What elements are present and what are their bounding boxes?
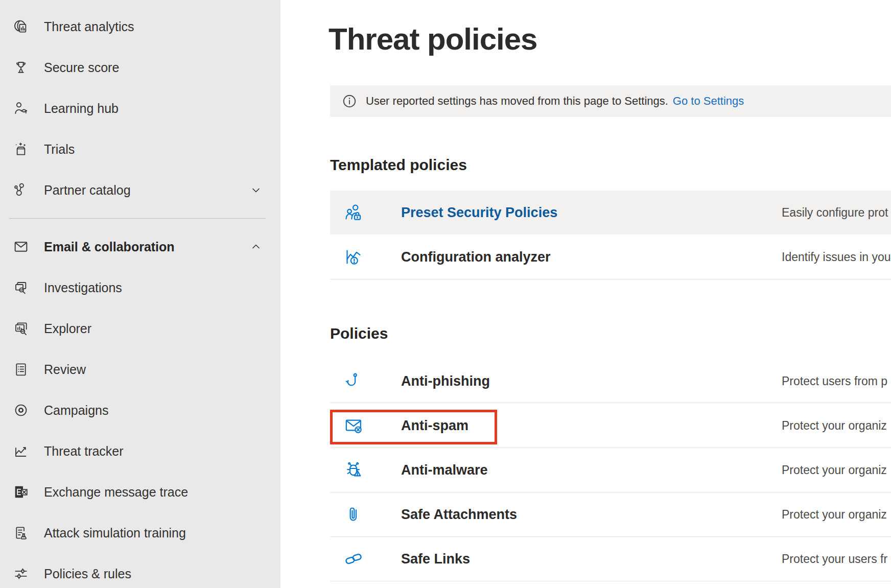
row-safe-attachments[interactable]: Safe Attachments Protect your organiz xyxy=(330,492,891,537)
row-anti-phishing[interactable]: Anti-phishing Protect users from p xyxy=(330,359,891,403)
row-description: Identify issues in you xyxy=(782,250,891,264)
info-icon xyxy=(342,93,357,109)
row-label: Anti-malware xyxy=(401,462,488,478)
sidebar-item-label: Secure score xyxy=(44,60,119,75)
row-label: Preset Security Policies xyxy=(401,205,557,221)
threat-tracker-icon xyxy=(12,442,30,460)
anti-malware-icon xyxy=(343,460,364,480)
campaigns-icon xyxy=(12,402,30,419)
safe-links-icon xyxy=(343,549,364,569)
row-label: Anti-spam xyxy=(401,418,468,434)
envelope-icon xyxy=(12,238,30,255)
trials-icon xyxy=(12,140,30,158)
exchange-icon xyxy=(12,483,30,501)
sidebar-item-campaigns[interactable]: Campaigns xyxy=(0,390,280,431)
row-label: Safe Attachments xyxy=(401,507,517,523)
trophy-icon xyxy=(12,59,30,76)
investigations-icon xyxy=(12,279,30,296)
banner-message: User reported settings has moved from th… xyxy=(366,95,668,108)
info-banner: User reported settings has moved from th… xyxy=(330,85,891,117)
go-to-settings-link[interactable]: Go to Settings xyxy=(673,95,744,108)
explorer-icon xyxy=(12,320,30,337)
sidebar-item-partner-catalog[interactable]: Partner catalog xyxy=(0,170,280,210)
page-title: Threat policies xyxy=(329,21,537,57)
sidebar-item-label: Attack simulation training xyxy=(44,526,186,540)
row-description: Protect your organiz xyxy=(782,419,891,433)
sidebar-item-label: Policies & rules xyxy=(44,567,131,581)
row-description: Easily configure prot xyxy=(782,206,891,220)
row-label: Configuration analyzer xyxy=(401,249,551,265)
sidebar-item-secure-score[interactable]: Secure score xyxy=(0,47,280,88)
templated-policies-heading: Templated policies xyxy=(330,156,467,174)
safe-attachments-icon xyxy=(343,504,364,525)
sidebar: Threat analytics Secure score xyxy=(0,0,280,588)
policies-heading: Policies xyxy=(330,325,388,342)
configuration-analyzer-icon xyxy=(343,247,364,267)
sidebar-item-review[interactable]: Review xyxy=(0,349,280,390)
sidebar-item-email-collaboration[interactable]: Email & collaboration xyxy=(0,226,280,267)
sidebar-item-label: Explorer xyxy=(44,321,91,336)
sidebar-item-learning-hub[interactable]: Learning hub xyxy=(0,88,280,129)
row-anti-spam[interactable]: Anti-spam Protect your organiz xyxy=(330,404,891,448)
sidebar-item-label: Threat tracker xyxy=(44,444,124,459)
partner-catalog-icon xyxy=(12,181,30,199)
anti-phishing-icon xyxy=(343,371,364,391)
sidebar-item-trials[interactable]: Trials xyxy=(0,129,280,170)
sidebar-item-label: Campaigns xyxy=(44,403,108,418)
sidebar-item-attack-simulation-training[interactable]: Attack simulation training xyxy=(0,512,280,553)
row-description: Protect your users fr xyxy=(782,552,891,566)
row-description: Protect your organiz xyxy=(782,463,891,477)
sidebar-item-label: Learning hub xyxy=(44,101,119,116)
sidebar-item-label: Threat analytics xyxy=(44,19,134,34)
review-icon xyxy=(12,361,30,378)
sidebar-item-policies-rules[interactable]: Policies & rules xyxy=(0,553,280,588)
attack-simulation-icon xyxy=(12,524,30,542)
row-anti-malware[interactable]: Anti-malware Protect your organiz xyxy=(330,448,891,492)
row-configuration-analyzer[interactable]: Configuration analyzer Identify issues i… xyxy=(330,234,891,279)
chevron-down-icon[interactable] xyxy=(250,184,262,196)
sidebar-item-label: Exchange message trace xyxy=(44,485,188,500)
sidebar-item-explorer[interactable]: Explorer xyxy=(0,308,280,349)
policies-rules-icon xyxy=(12,565,30,582)
preset-security-icon xyxy=(343,202,364,223)
row-safe-links[interactable]: Safe Links Protect your users fr xyxy=(330,537,891,581)
row-preset-security-policies[interactable]: Preset Security Policies Easily configur… xyxy=(330,191,891,234)
row-label: Anti-phishing xyxy=(401,373,490,389)
anti-spam-icon xyxy=(343,415,364,436)
sidebar-item-label: Email & collaboration xyxy=(44,240,175,254)
sidebar-item-label: Trials xyxy=(44,142,75,157)
row-label: Safe Links xyxy=(401,551,470,567)
threat-policies-page: Threat analytics Secure score xyxy=(0,0,891,588)
chevron-up-icon[interactable] xyxy=(250,241,262,253)
sidebar-item-exchange-message-trace[interactable]: Exchange message trace xyxy=(0,472,280,512)
sidebar-item-label: Review xyxy=(44,362,86,377)
sidebar-item-threat-tracker[interactable]: Threat tracker xyxy=(0,431,280,472)
row-description: Protect your organiz xyxy=(782,508,891,522)
sidebar-item-investigations[interactable]: Investigations xyxy=(0,267,280,308)
row-description: Protect users from p xyxy=(782,374,891,388)
learning-hub-icon xyxy=(12,100,30,117)
threat-analytics-icon xyxy=(12,18,30,35)
sidebar-item-threat-analytics[interactable]: Threat analytics xyxy=(0,6,280,47)
sidebar-item-label: Investigations xyxy=(44,280,122,295)
sidebar-divider xyxy=(9,218,266,219)
sidebar-item-label: Partner catalog xyxy=(44,183,131,198)
